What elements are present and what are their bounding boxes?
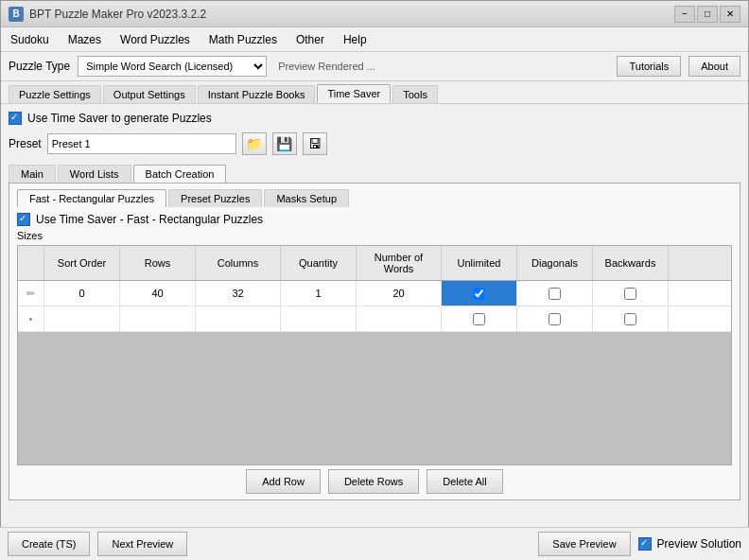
footer-bar: Create (TS) Next Preview Save Preview Pr… [0,527,749,560]
delete-all-button[interactable]: Delete All [427,469,502,494]
maximize-button[interactable]: □ [697,6,718,23]
tab-tools[interactable]: Tools [392,85,438,103]
cell-number-of-words-2 [357,306,442,331]
cell-unlimited-2[interactable] [442,306,517,331]
header-number-of-words: Number of Words [357,246,442,280]
backwards-checkbox[interactable] [624,288,636,300]
preset-row: Preset 📁 💾 🖫 [9,132,740,155]
header-rows: Rows [120,246,196,280]
header-columns: Columns [196,246,281,280]
menu-math-puzzles[interactable]: Math Puzzles [200,29,287,50]
save-as-icon-button[interactable]: 🖫 [303,132,327,155]
tab-time-saver[interactable]: Time Saver [317,84,391,103]
header-sort-order: Sort Order [44,246,120,280]
backwards-checkbox-2[interactable] [624,313,636,325]
next-preview-button[interactable]: Next Preview [97,532,187,556]
grid-empty-space [18,332,731,464]
inner-tab-main[interactable]: Main [9,165,56,183]
header-unlimited: Unlimited [442,246,517,280]
tutorials-button[interactable]: Tutorials [617,56,681,77]
table-row: • [18,306,731,332]
main-content: Use Time Saver to generate Puzzles Prese… [1,104,748,514]
menu-help[interactable]: Help [334,29,376,50]
title-bar: B BPT Puzzle Maker Pro v2023.3.2.2 − □ ✕ [1,1,748,27]
delete-rows-button[interactable]: Delete Rows [328,469,419,494]
cell-sort-order[interactable]: 0 [44,281,120,306]
grid-actions: Add Row Delete Rows Delete All [17,469,732,494]
about-button[interactable]: About [688,56,740,77]
diagonals-checkbox[interactable] [549,288,561,300]
cell-sort-order-2 [44,306,120,331]
cell-number-of-words[interactable]: 20 [357,281,442,306]
cell-quantity-2 [281,306,357,331]
app-icon: B [9,7,24,22]
folder-icon-button[interactable]: 📁 [242,132,267,155]
preset-label: Preset [9,137,42,150]
cell-columns-2 [196,306,281,331]
title-bar-text: BPT Puzzle Maker Pro v2023.3.2.2 [29,8,674,21]
menu-other[interactable]: Other [287,29,334,50]
preset-input[interactable] [47,133,236,154]
cell-quantity[interactable]: 1 [281,281,357,306]
menu-mazes[interactable]: Mazes [59,29,111,50]
row-edit-icon: ✏ [18,281,44,306]
cell-diagonals-2[interactable] [517,306,593,331]
preview-text: Preview Rendered ... [278,61,375,72]
unlimited-checkbox[interactable] [473,288,485,300]
use-time-saver-row: Use Time Saver to generate Puzzles [9,112,740,125]
cell-unlimited[interactable] [442,281,517,306]
toolbar: Puzzle Type Simple Word Search (Licensed… [1,52,748,81]
cell-diagonals[interactable] [517,281,593,306]
use-fast-label: Use Time Saver - Fast - Rectangular Puzz… [36,213,263,226]
preview-solution-label: Preview Solution [657,537,741,551]
inner-tab-batch-creation[interactable]: Batch Creation [133,165,227,183]
menu-bar: Sudoku Mazes Word Puzzles Math Puzzles O… [1,27,748,52]
header-diagonals: Diagonals [517,246,593,280]
title-bar-controls: − □ ✕ [674,6,740,23]
preview-solution-checkbox[interactable] [638,537,652,551]
row-new-icon: • [18,306,44,331]
grid-header: Sort Order Rows Columns Quantity Number … [18,246,731,281]
cell-backwards-2[interactable] [593,306,669,331]
close-button[interactable]: ✕ [720,6,740,23]
sizes-label: Sizes [17,230,732,241]
unlimited-checkbox-2[interactable] [473,313,485,325]
use-time-saver-checkbox[interactable] [9,112,22,125]
create-button[interactable]: Create (TS) [8,532,90,556]
add-row-button[interactable]: Add Row [246,469,321,494]
header-icon [18,246,44,280]
puzzle-tab-fast[interactable]: Fast - Rectangular Puzzles [17,189,166,207]
cell-rows-2 [120,306,196,331]
cell-rows[interactable]: 40 [120,281,196,306]
inner-tab-word-lists[interactable]: Word Lists [58,165,131,183]
puzzle-type-label: Puzzle Type [9,60,70,73]
menu-sudoku[interactable]: Sudoku [1,29,59,50]
use-fast-row: Use Time Saver - Fast - Rectangular Puzz… [17,213,732,226]
puzzle-type-select[interactable]: Simple Word Search (Licensed) [78,56,267,77]
tab-puzzle-settings[interactable]: Puzzle Settings [9,85,101,103]
cell-columns[interactable]: 32 [196,281,281,306]
batch-creation-panel: Fast - Rectangular Puzzles Preset Puzzle… [9,183,740,500]
tab-output-settings[interactable]: Output Settings [103,85,196,103]
table-row: ✏ 0 40 32 1 20 [18,281,731,306]
sizes-grid: Sort Order Rows Columns Quantity Number … [17,245,732,465]
header-backwards: Backwards [593,246,669,280]
puzzle-tab-masks[interactable]: Masks Setup [264,189,349,207]
use-fast-checkbox[interactable] [17,213,30,226]
minimize-button[interactable]: − [674,6,695,23]
use-time-saver-label: Use Time Saver to generate Puzzles [27,112,212,125]
preview-solution-row: Preview Solution [638,537,741,551]
header-quantity: Quantity [281,246,357,280]
menu-word-puzzles[interactable]: Word Puzzles [111,29,200,50]
save-icon-button[interactable]: 💾 [272,132,297,155]
diagonals-checkbox-2[interactable] [549,313,561,325]
inner-tab-bar: Main Word Lists Batch Creation [9,165,740,183]
save-preview-button[interactable]: Save Preview [538,532,630,556]
puzzle-tab-preset[interactable]: Preset Puzzles [168,189,262,207]
puzzle-tab-bar: Fast - Rectangular Puzzles Preset Puzzle… [17,189,732,207]
tab-instant-puzzle-books[interactable]: Instant Puzzle Books [198,85,316,103]
main-tab-bar: Puzzle Settings Output Settings Instant … [1,81,748,104]
cell-backwards[interactable] [593,281,669,306]
